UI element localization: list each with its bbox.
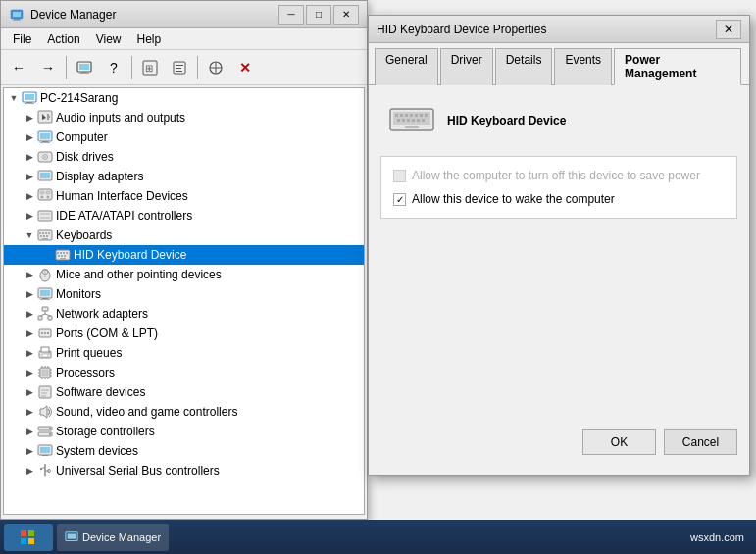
icon-print — [37, 345, 53, 361]
svg-rect-6 — [81, 72, 87, 73]
toggle-hid[interactable]: ▶ — [22, 188, 37, 204]
tab-driver[interactable]: Driver — [440, 48, 493, 85]
cancel-button[interactable]: Cancel — [664, 429, 737, 455]
svg-rect-69 — [38, 316, 42, 320]
label-storage: Storage controllers — [56, 425, 155, 438]
tree-item-processors[interactable]: ▶ Proces — [4, 363, 364, 382]
tree-item-root[interactable]: ▼ PC-214Sarang — [4, 88, 364, 108]
svg-point-76 — [44, 332, 46, 334]
forward-button[interactable]: → — [34, 54, 62, 81]
svg-text:⊞: ⊞ — [145, 63, 153, 74]
svg-rect-54 — [60, 252, 62, 254]
toggle-system[interactable]: ▶ — [22, 443, 37, 459]
icon-ide — [37, 208, 53, 224]
label-monitors: Monitors — [56, 287, 101, 301]
tree-item-hid[interactable]: ▶ Human Interface Devices — [4, 186, 364, 206]
svg-point-75 — [41, 332, 43, 334]
svg-rect-37 — [46, 191, 50, 194]
tree-item-hid-keyboard[interactable]: HID Keyboard Device — [4, 245, 364, 265]
icon-software — [37, 384, 53, 400]
svg-rect-119 — [410, 114, 413, 117]
tree-item-computer[interactable]: ▶ Computer — [4, 127, 364, 147]
toggle-print[interactable]: ▶ — [22, 345, 37, 361]
menu-file[interactable]: File — [5, 30, 39, 48]
tree-item-software[interactable]: ▶ Software devices — [4, 382, 364, 402]
ok-button[interactable]: OK — [582, 429, 656, 455]
uninstall-button[interactable]: ✕ — [231, 54, 259, 81]
taskbar-device-manager[interactable]: Device Manager — [57, 524, 169, 551]
toggle-audio[interactable]: ▶ — [22, 110, 37, 126]
update-button[interactable]: ⊞ — [136, 54, 164, 81]
device-header: HID Keyboard Device — [380, 97, 737, 144]
icon-display — [37, 169, 53, 184]
toggle-monitors[interactable]: ▶ — [22, 286, 37, 302]
toggle-network[interactable]: ▶ — [22, 306, 37, 322]
help-button[interactable]: ? — [100, 54, 127, 81]
tree-item-audio[interactable]: ▶ Audio inputs and outputs — [4, 108, 364, 127]
tree-item-storage[interactable]: ▶ Storage controllers — [4, 422, 364, 441]
svg-rect-12 — [176, 68, 181, 69]
toggle-processors[interactable]: ▶ — [22, 365, 37, 380]
label-usb: Universal Serial Bus controllers — [56, 464, 220, 478]
dialog-close-button[interactable]: ✕ — [716, 20, 741, 39]
toggle-root[interactable]: ▼ — [6, 90, 22, 106]
menu-view[interactable]: View — [88, 30, 129, 48]
svg-rect-126 — [412, 119, 415, 122]
menu-bar: File Action View Help — [1, 28, 367, 50]
svg-rect-127 — [417, 119, 420, 122]
tree-item-usb[interactable]: ▶ Universal Serial Bus controllers — [4, 461, 364, 480]
toolbar-sep-2 — [131, 56, 132, 79]
menu-help[interactable]: Help — [129, 30, 170, 48]
tab-general[interactable]: General — [375, 48, 438, 85]
tree-item-keyboards[interactable]: ▼ Keyboards — [4, 226, 364, 245]
label-allow-off: Allow the computer to turn off this devi… — [412, 169, 700, 182]
maximize-button[interactable]: □ — [306, 5, 331, 25]
tree-item-network[interactable]: ▶ Network adapters — [4, 304, 364, 324]
computer-button[interactable] — [71, 54, 98, 81]
power-option-1: Allow the computer to turn off this devi… — [393, 169, 725, 182]
tab-details[interactable]: Details — [495, 48, 553, 85]
close-button[interactable]: ✕ — [333, 5, 359, 25]
svg-rect-106 — [40, 447, 50, 453]
taskbar-tray: wsxdn.com — [690, 531, 752, 543]
checkbox-allow-off[interactable] — [393, 170, 406, 182]
checkbox-allow-wake[interactable] — [393, 193, 406, 206]
svg-point-81 — [48, 352, 50, 354]
toggle-keyboards[interactable]: ▼ — [22, 227, 37, 243]
label-display: Display adapters — [56, 170, 143, 183]
label-processors: Processors — [56, 366, 115, 379]
tree-item-system[interactable]: ▶ System devices — [4, 441, 364, 461]
tree-item-print[interactable]: ▶ Print queues — [4, 343, 364, 363]
start-button[interactable] — [4, 524, 53, 551]
tree-item-monitors[interactable]: ▶ Monitors — [4, 284, 364, 304]
toggle-storage[interactable]: ▶ — [22, 424, 37, 439]
toggle-disk[interactable]: ▶ — [22, 149, 37, 165]
toggle-computer[interactable]: ▶ — [22, 129, 37, 145]
toggle-software[interactable]: ▶ — [22, 384, 37, 400]
tree-item-display[interactable]: ▶ Display adapters — [4, 167, 364, 186]
svg-rect-70 — [48, 316, 52, 320]
toggle-ports[interactable]: ▶ — [22, 326, 37, 341]
device-tree[interactable]: ▼ PC-214Sarang ▶ — [3, 87, 365, 515]
tree-item-sound[interactable]: ▶ Sound, video and game controllers — [4, 402, 364, 422]
menu-action[interactable]: Action — [39, 30, 87, 48]
icon-mice — [37, 267, 53, 282]
tree-item-ide[interactable]: ▶ IDE ATA/ATAPI controllers — [4, 206, 364, 226]
minimize-button[interactable]: ─ — [278, 5, 304, 25]
properties-button[interactable] — [166, 54, 193, 81]
back-button[interactable]: ← — [5, 54, 32, 81]
tree-item-mice[interactable]: ▶ Mice and other pointing devices — [4, 265, 364, 284]
tab-power-management[interactable]: Power Management — [614, 48, 741, 85]
tree-item-disk[interactable]: ▶ Disk drives — [4, 147, 364, 167]
toggle-display[interactable]: ▶ — [22, 169, 37, 184]
toggle-sound[interactable]: ▶ — [22, 404, 37, 420]
svg-rect-120 — [415, 114, 418, 117]
label-root: PC-214Sarang — [40, 91, 118, 105]
scan-button[interactable] — [202, 54, 229, 81]
toggle-ide[interactable]: ▶ — [22, 208, 37, 224]
label-ide: IDE ATA/ATAPI controllers — [56, 209, 192, 223]
toggle-usb[interactable]: ▶ — [22, 463, 37, 478]
toggle-mice[interactable]: ▶ — [22, 267, 37, 282]
tree-item-ports[interactable]: ▶ Ports (COM & LPT) — [4, 324, 364, 343]
tab-events[interactable]: Events — [554, 48, 612, 85]
